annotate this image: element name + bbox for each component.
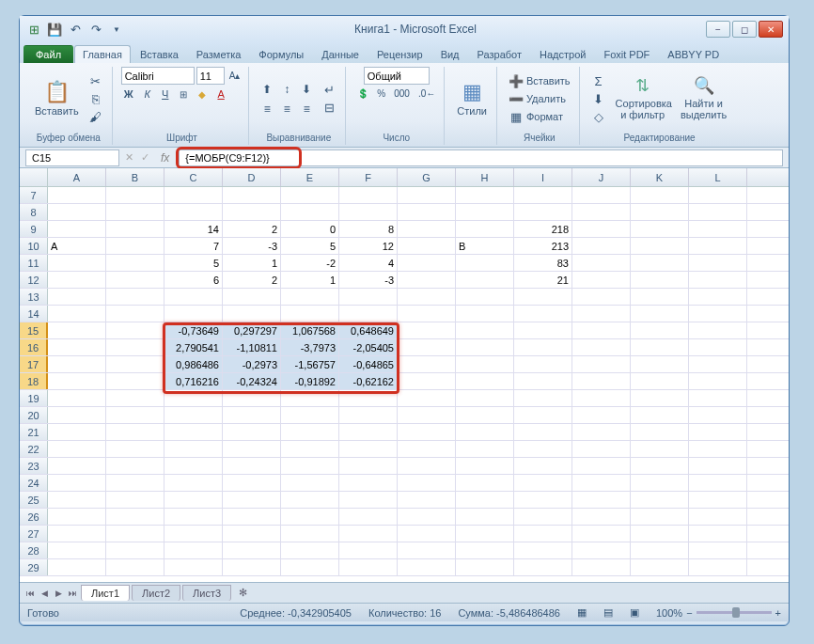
cell-F24[interactable]	[339, 475, 398, 491]
cell-F22[interactable]	[339, 441, 398, 457]
sheet-tab-1[interactable]: Лист1	[81, 585, 130, 601]
col-header-A[interactable]: A	[48, 168, 106, 186]
clear-button[interactable]: ◇	[588, 109, 609, 125]
cell-H25[interactable]	[456, 492, 514, 508]
cell-D18[interactable]: -0,24324	[223, 373, 281, 389]
merge-button[interactable]: ⊟	[319, 100, 339, 116]
cell-J20[interactable]	[572, 407, 631, 423]
tab-addins[interactable]: Надстрой	[531, 45, 594, 63]
font-size-select[interactable]	[196, 67, 225, 85]
find-select-button[interactable]: 🔍Найти и выделить	[677, 75, 731, 122]
cell-C17[interactable]: 0,986486	[164, 356, 223, 372]
cell-J28[interactable]	[572, 542, 631, 558]
cell-J27[interactable]	[572, 526, 631, 542]
cell-I14[interactable]	[514, 306, 572, 322]
cell-L13[interactable]	[689, 289, 747, 305]
col-header-C[interactable]: C	[164, 168, 223, 186]
cell-F26[interactable]	[339, 509, 398, 525]
cell-B18[interactable]	[106, 373, 164, 389]
col-header-E[interactable]: E	[281, 168, 339, 186]
cell-K18[interactable]	[631, 373, 689, 389]
cell-B7[interactable]	[106, 187, 164, 203]
cell-J24[interactable]	[572, 475, 631, 491]
row-header[interactable]: 11	[20, 255, 48, 271]
cell-A22[interactable]	[48, 441, 106, 457]
cell-A19[interactable]	[48, 390, 106, 406]
cell-I29[interactable]	[514, 559, 572, 575]
tab-review[interactable]: Рецензир	[368, 45, 431, 63]
cell-B14[interactable]	[106, 306, 164, 322]
excel-icon[interactable]: ⊞	[25, 21, 42, 38]
cell-I9[interactable]: 218	[514, 221, 572, 237]
cell-J15[interactable]	[572, 322, 631, 338]
cell-D29[interactable]	[223, 559, 281, 575]
cell-K27[interactable]	[631, 526, 689, 542]
cell-C21[interactable]	[164, 424, 223, 440]
row-header[interactable]: 28	[20, 542, 48, 558]
sheet-tab-3[interactable]: Лист3	[182, 585, 231, 601]
cell-G26[interactable]	[398, 509, 456, 525]
cell-L22[interactable]	[689, 441, 747, 457]
cell-D7[interactable]	[223, 187, 281, 203]
cell-F7[interactable]	[339, 187, 398, 203]
row-header[interactable]: 26	[20, 509, 48, 525]
view-layout-button[interactable]: ▤	[603, 606, 613, 619]
cell-G11[interactable]	[398, 255, 456, 271]
cell-C29[interactable]	[164, 559, 223, 575]
cell-F9[interactable]: 8	[339, 221, 398, 237]
cell-K28[interactable]	[631, 542, 689, 558]
row-header[interactable]: 18	[20, 373, 48, 389]
cell-I12[interactable]: 21	[514, 272, 572, 288]
align-top-button[interactable]: ⬆	[258, 80, 276, 99]
tab-view[interactable]: Вид	[432, 45, 468, 63]
cell-A11[interactable]	[48, 255, 106, 271]
delete-cells-button[interactable]: ➖Удалить	[506, 91, 573, 107]
align-center-button[interactable]: ≡	[277, 100, 296, 118]
cell-E7[interactable]	[281, 187, 339, 203]
cell-H19[interactable]	[456, 390, 514, 406]
cell-I24[interactable]	[514, 475, 572, 491]
cell-F11[interactable]: 4	[339, 255, 398, 271]
cell-E14[interactable]	[281, 306, 339, 322]
cell-K15[interactable]	[631, 322, 689, 338]
cell-G8[interactable]	[398, 204, 456, 220]
cell-F15[interactable]: 0,648649	[339, 322, 398, 338]
tab-home[interactable]: Главная	[74, 45, 131, 63]
cell-A8[interactable]	[48, 204, 106, 220]
cell-H12[interactable]	[456, 272, 514, 288]
cell-J7[interactable]	[572, 187, 631, 203]
cell-K25[interactable]	[631, 492, 689, 508]
cell-C16[interactable]: 2,790541	[164, 339, 223, 355]
zoom-slider[interactable]	[697, 611, 772, 614]
cell-D9[interactable]: 2	[223, 221, 281, 237]
cell-K17[interactable]	[631, 356, 689, 372]
row-header[interactable]: 14	[20, 306, 48, 322]
col-header-J[interactable]: J	[572, 168, 631, 186]
fx-icon[interactable]: fx	[155, 151, 175, 165]
row-header[interactable]: 19	[20, 390, 48, 406]
italic-button[interactable]: К	[142, 87, 153, 101]
cell-I10[interactable]: 213	[514, 238, 572, 254]
cell-C24[interactable]	[164, 475, 223, 491]
cell-K26[interactable]	[631, 509, 689, 525]
cell-E29[interactable]	[281, 559, 339, 575]
cell-I16[interactable]	[514, 339, 572, 355]
cell-A29[interactable]	[48, 559, 106, 575]
cell-A13[interactable]	[48, 289, 106, 305]
cell-L27[interactable]	[689, 526, 747, 542]
cell-K24[interactable]	[631, 475, 689, 491]
tab-formulas[interactable]: Формулы	[250, 45, 312, 63]
underline-button[interactable]: Ч	[159, 87, 171, 101]
cell-D20[interactable]	[223, 407, 281, 423]
cell-I19[interactable]	[514, 390, 572, 406]
format-cells-button[interactable]: ▦Формат	[506, 109, 573, 125]
cell-J11[interactable]	[572, 255, 631, 271]
cell-B12[interactable]	[106, 272, 164, 288]
cell-I25[interactable]	[514, 492, 572, 508]
cell-K7[interactable]	[631, 187, 689, 203]
cell-C15[interactable]: -0,73649	[164, 322, 223, 338]
cell-I13[interactable]	[514, 289, 572, 305]
cell-E26[interactable]	[281, 509, 339, 525]
cell-K13[interactable]	[631, 289, 689, 305]
insert-cells-button[interactable]: ➕Вставить	[506, 73, 573, 89]
